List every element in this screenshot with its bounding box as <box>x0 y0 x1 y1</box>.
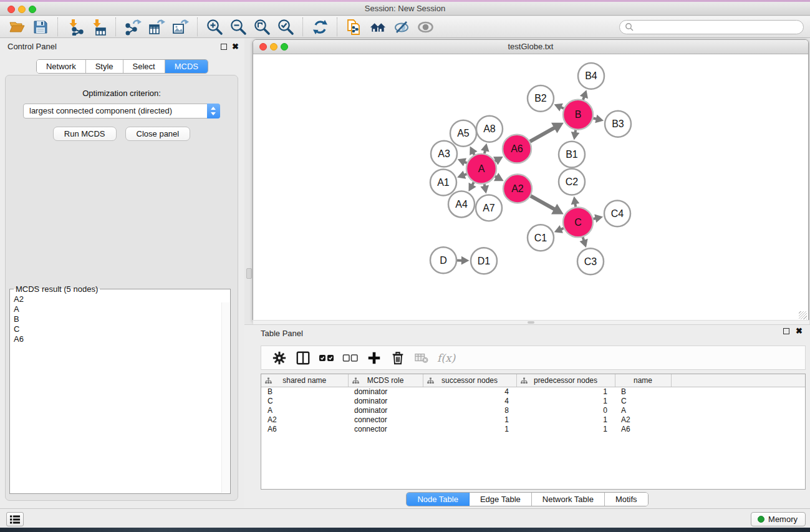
graph-node-label: A7 <box>483 203 495 213</box>
tab-mcds[interactable]: MCDS <box>165 60 208 73</box>
open-folder-icon[interactable] <box>8 18 26 36</box>
table-cell[interactable]: A <box>261 405 348 415</box>
graph-node-label: A5 <box>457 128 470 138</box>
column-header-mcds-role[interactable]: MCDS role <box>348 374 423 387</box>
tab-node-table[interactable]: Node Table <box>407 493 470 506</box>
table-cell[interactable]: 8 <box>423 405 516 415</box>
table-cell[interactable]: C <box>261 396 348 405</box>
add-icon[interactable] <box>365 350 383 366</box>
table-cell[interactable]: 1 <box>423 424 516 433</box>
export-table-icon[interactable] <box>148 18 165 36</box>
select-all-icon[interactable] <box>318 350 335 366</box>
tab-network-table[interactable]: Network Table <box>532 493 605 506</box>
result-scrollbar[interactable] <box>221 302 229 493</box>
network-window-titlebar[interactable]: testGlobe.txt <box>253 40 808 54</box>
home-icon[interactable] <box>369 18 387 36</box>
export-network-icon[interactable] <box>124 18 142 36</box>
import-table-icon[interactable] <box>90 18 107 36</box>
graph-node-label: D <box>440 255 447 266</box>
table-cell[interactable]: 4 <box>423 396 516 405</box>
zoom-fit-icon[interactable] <box>253 18 271 36</box>
resize-grip-icon[interactable] <box>799 311 807 319</box>
trash-icon[interactable] <box>389 350 407 366</box>
columns-icon[interactable] <box>294 350 312 366</box>
table-cell[interactable]: 1 <box>516 396 615 405</box>
save-icon[interactable] <box>32 18 49 36</box>
deselect-all-icon[interactable] <box>342 350 359 366</box>
tab-select[interactable]: Select <box>123 60 165 73</box>
table-cell[interactable]: 1 <box>516 415 615 424</box>
tab-style[interactable]: Style <box>86 60 123 73</box>
task-history-button[interactable] <box>6 512 24 526</box>
table-cell[interactable]: dominator <box>348 405 423 415</box>
desktop-hscroll-thumb[interactable] <box>528 321 534 324</box>
graph-node-label: C <box>574 217 582 228</box>
table-cell[interactable]: 1 <box>516 424 615 433</box>
search-box[interactable] <box>619 20 804 34</box>
table-cell[interactable]: connector <box>348 424 423 433</box>
run-mcds-button[interactable]: Run MCDS <box>53 127 117 141</box>
table-cell[interactable]: 1 <box>516 387 615 396</box>
mcds-result-item[interactable]: A6 <box>14 334 230 344</box>
search-input[interactable] <box>634 22 798 31</box>
zoom-out-icon[interactable] <box>229 18 247 36</box>
table-cell[interactable]: dominator <box>348 387 423 396</box>
zoom-in-icon[interactable] <box>206 18 223 36</box>
toolbar-separator <box>57 17 58 36</box>
export-image-icon[interactable] <box>171 18 189 36</box>
table-cell[interactable]: A2 <box>261 415 348 424</box>
table-cell[interactable]: A6 <box>261 424 348 433</box>
graph-edge-arrowhead <box>580 239 588 248</box>
graph-node-label: B3 <box>612 118 624 129</box>
mcds-result-item[interactable]: C <box>14 324 230 334</box>
hide-details-icon[interactable] <box>393 18 410 36</box>
criterion-dropdown[interactable]: largest connected component (directed) <box>23 104 220 118</box>
network-canvas[interactable]: AA1A2A3A4A5A6A7A8BB1B2B3B4CC1C2C3C4DD1 <box>253 55 808 321</box>
import-network-icon[interactable] <box>66 18 84 36</box>
column-header-predecessor-nodes[interactable]: predecessor nodes <box>516 374 615 387</box>
graph-node-label: B4 <box>585 70 597 81</box>
table-row[interactable]: A2connector11A2 <box>261 415 805 424</box>
table-cell[interactable]: connector <box>348 415 423 424</box>
table-cell[interactable]: B <box>615 387 671 396</box>
tab-network[interactable]: Network <box>37 60 86 73</box>
close-panel-icon[interactable]: ✖ <box>232 42 239 51</box>
show-details-icon[interactable] <box>417 18 434 36</box>
tab-edge-table[interactable]: Edge Table <box>470 493 532 506</box>
close-panel-button[interactable]: Close panel <box>125 127 191 141</box>
column-header-name[interactable]: name <box>615 374 671 387</box>
graph-edge-arrowhead <box>481 143 489 152</box>
graph-node-label: C4 <box>611 208 624 219</box>
float-table-panel-icon[interactable] <box>783 328 789 334</box>
table-cell[interactable]: A2 <box>615 415 671 424</box>
column-header-successor-nodes[interactable]: successor nodes <box>423 374 516 387</box>
table-cell[interactable]: A <box>615 405 671 415</box>
table-row[interactable]: Bdominator41B <box>261 387 805 396</box>
tab-motifs[interactable]: Motifs <box>605 493 648 506</box>
table-cell[interactable]: dominator <box>348 396 423 405</box>
gear-icon[interactable] <box>271 350 288 366</box>
table-cell[interactable]: 0 <box>516 405 615 415</box>
network-window: testGlobe.txt AA1A2A3A4A5A6A7A8BB1B2B3B4… <box>253 39 809 321</box>
table-cell[interactable]: B <box>261 387 348 396</box>
mcds-result-item[interactable]: A2 <box>14 294 230 304</box>
float-panel-icon[interactable] <box>221 44 227 50</box>
memory-button[interactable]: Memory <box>751 512 806 526</box>
table-cell[interactable]: C <box>615 396 671 405</box>
table-cell[interactable]: A6 <box>615 424 671 433</box>
column-header-shared-name[interactable]: shared name <box>261 374 348 387</box>
graph-edge[interactable] <box>531 196 555 209</box>
refresh-icon[interactable] <box>311 18 329 36</box>
close-table-panel-icon[interactable]: ✖ <box>796 327 803 336</box>
mcds-result-item[interactable]: B <box>14 314 230 324</box>
table-row[interactable]: Adominator80A <box>261 405 805 415</box>
table-cell[interactable]: 1 <box>423 415 516 424</box>
table-row[interactable]: A6connector11A6 <box>261 424 805 433</box>
mcds-result-item[interactable]: A <box>14 304 230 314</box>
graph-edge[interactable] <box>530 128 555 142</box>
table-row[interactable]: Cdominator41C <box>261 396 805 405</box>
session-networks-icon[interactable] <box>345 18 363 36</box>
table-cell[interactable]: 4 <box>423 387 516 396</box>
zoom-selected-icon[interactable] <box>277 18 294 36</box>
desktop-vscroll-thumb[interactable] <box>246 268 252 279</box>
